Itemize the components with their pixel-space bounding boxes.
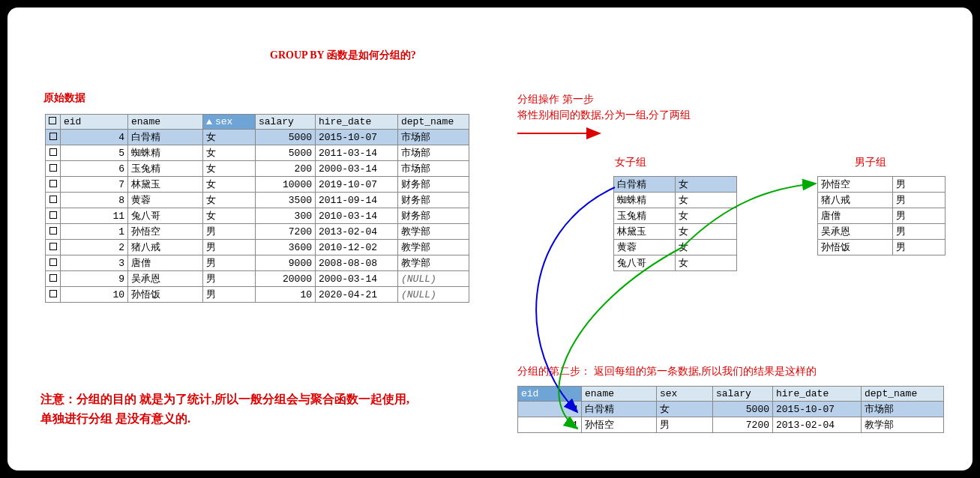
step2-label: 分组的第二步： 返回每组的第一条数据,所以我们的结果是这样的 <box>517 365 817 378</box>
cell-sex: 男 <box>657 417 713 433</box>
cell-eid: 1 <box>61 224 128 240</box>
cell-sex: 男 <box>893 193 946 208</box>
cell-sex: 女 <box>203 145 256 161</box>
row-checkbox <box>46 161 61 177</box>
table-row: 孙悟饭男 <box>818 240 946 255</box>
cell-sex: 女 <box>203 177 256 193</box>
table-row: 5蜘蛛精女50002011-03-14市场部 <box>46 145 469 161</box>
cell-ename: 吴承恩 <box>818 224 893 240</box>
cell-ename: 蜘蛛精 <box>614 193 676 208</box>
cell-eid: 11 <box>61 208 128 224</box>
cell-sex: 男 <box>203 271 256 287</box>
cell-sex: 男 <box>893 224 946 240</box>
checkbox-header <box>46 115 61 130</box>
table-row: 1孙悟空男72002013-02-04教学部 <box>46 224 469 240</box>
cell-dept: 市场部 <box>398 161 469 177</box>
cell-salary: 3500 <box>256 193 316 208</box>
male-group-label: 男子组 <box>855 156 886 169</box>
cell-sex: 女 <box>676 240 737 255</box>
table-row: 9吴承恩男200002000-03-14(NULL) <box>46 271 469 287</box>
cell-sex: 女 <box>676 208 737 224</box>
cell-eid: 1 <box>518 417 582 433</box>
col-sex-sorted: sex <box>203 115 256 130</box>
cell-hire-date: 2010-03-14 <box>316 208 398 224</box>
table-row: 猪八戒男 <box>818 193 946 208</box>
cell-sex: 女 <box>203 161 256 177</box>
table-row: 唐僧男 <box>818 208 946 224</box>
cell-dept: 财务部 <box>398 177 469 193</box>
cell-sex: 男 <box>203 255 256 271</box>
row-checkbox <box>46 224 61 240</box>
cell-ename: 白骨精 <box>582 402 657 417</box>
table-row: 1孙悟空男72002013-02-04教学部 <box>518 417 944 433</box>
row-checkbox <box>46 271 61 287</box>
cell-ename: 兔八哥 <box>614 255 676 271</box>
cell-salary: 5000 <box>256 145 316 161</box>
table-row: 兔八哥女 <box>614 255 737 271</box>
sort-asc-icon <box>206 119 212 124</box>
row-checkbox <box>46 208 61 224</box>
cell-dept: 财务部 <box>398 208 469 224</box>
cell-hire-date: 2013-02-04 <box>316 224 398 240</box>
cell-dept: 市场部 <box>862 402 944 417</box>
table-row: 黄蓉女 <box>614 240 737 255</box>
cell-hire-date: 2015-10-07 <box>773 402 862 417</box>
cell-hire-date: 2011-03-14 <box>316 145 398 161</box>
male-group-table: 孙悟空男猪八戒男唐僧男吴承恩男孙悟饭男 <box>817 176 946 255</box>
table-row: 白骨精女 <box>614 177 737 193</box>
table-row: 吴承恩男 <box>818 224 946 240</box>
table-header-row: eid ename sex salary hire_date dept_name <box>46 115 469 130</box>
cell-dept: 教学部 <box>862 417 944 433</box>
cell-sex: 男 <box>893 177 946 193</box>
cell-ename: 唐僧 <box>128 255 203 271</box>
col-ename: ename <box>582 387 657 402</box>
row-checkbox <box>46 287 61 303</box>
cell-eid: 2 <box>61 240 128 255</box>
table-row: 林黛玉女 <box>614 224 737 240</box>
cell-ename: 孙悟空 <box>128 224 203 240</box>
cell-eid: 9 <box>61 271 128 287</box>
cell-sex: 男 <box>893 240 946 255</box>
table-header-row: eid ename sex salary hire_date dept_name <box>518 387 944 402</box>
step1-line2: 将性别相同的数据,分为一组,分了两组 <box>517 109 691 121</box>
table-row: 7林黛玉女100002019-10-07财务部 <box>46 177 469 193</box>
table-row: 11兔八哥女3002010-03-14财务部 <box>46 208 469 224</box>
col-eid: eid <box>61 115 128 130</box>
cell-ename: 林黛玉 <box>614 224 676 240</box>
col-hire-date: hire_date <box>773 387 862 402</box>
cell-ename: 孙悟饭 <box>818 240 893 255</box>
table-row: 8黄蓉女35002011-09-14财务部 <box>46 193 469 208</box>
original-data-label: 原始数据 <box>43 91 85 105</box>
cell-sex: 男 <box>203 287 256 303</box>
cell-ename: 玉兔精 <box>128 161 203 177</box>
cell-ename: 玉兔精 <box>614 208 676 224</box>
cell-dept: 教学部 <box>398 255 469 271</box>
cell-salary: 20000 <box>256 271 316 287</box>
table-row: 10孙悟饭男102020-04-21(NULL) <box>46 287 469 303</box>
original-data-table: eid ename sex salary hire_date dept_name… <box>45 114 469 303</box>
note-text: 注意：分组的目的 就是为了统计,所以一般分组会与聚合函数一起使用,单独进行分组 … <box>40 390 415 428</box>
cell-eid: 3 <box>61 255 128 271</box>
cell-sex: 男 <box>203 224 256 240</box>
cell-ename: 猪八戒 <box>128 240 203 255</box>
col-salary: salary <box>256 115 316 130</box>
cell-dept: 市场部 <box>398 145 469 161</box>
table-row: 4白骨精女50002015-10-07市场部 <box>518 402 944 417</box>
cell-eid: 4 <box>518 402 582 417</box>
row-checkbox <box>46 130 61 145</box>
cell-salary: 9000 <box>256 255 316 271</box>
cell-ename: 兔八哥 <box>128 208 203 224</box>
col-hire-date: hire_date <box>316 115 398 130</box>
cell-ename: 孙悟空 <box>818 177 893 193</box>
col-sex: sex <box>657 387 713 402</box>
female-group-table: 白骨精女蜘蛛精女玉兔精女林黛玉女黄蓉女兔八哥女 <box>613 176 737 271</box>
cell-hire-date: 2013-02-04 <box>773 417 862 433</box>
diagram-card: GROUP BY 函数是如何分组的? 原始数据 注意：分组的目的 就是为了统计,… <box>7 7 973 471</box>
cell-salary: 200 <box>256 161 316 177</box>
cell-salary: 3600 <box>256 240 316 255</box>
cell-dept: (NULL) <box>398 287 469 303</box>
col-dept-name: dept_name <box>398 115 469 130</box>
cell-sex: 男 <box>893 208 946 224</box>
cell-sex: 女 <box>676 224 737 240</box>
cell-eid: 5 <box>61 145 128 161</box>
